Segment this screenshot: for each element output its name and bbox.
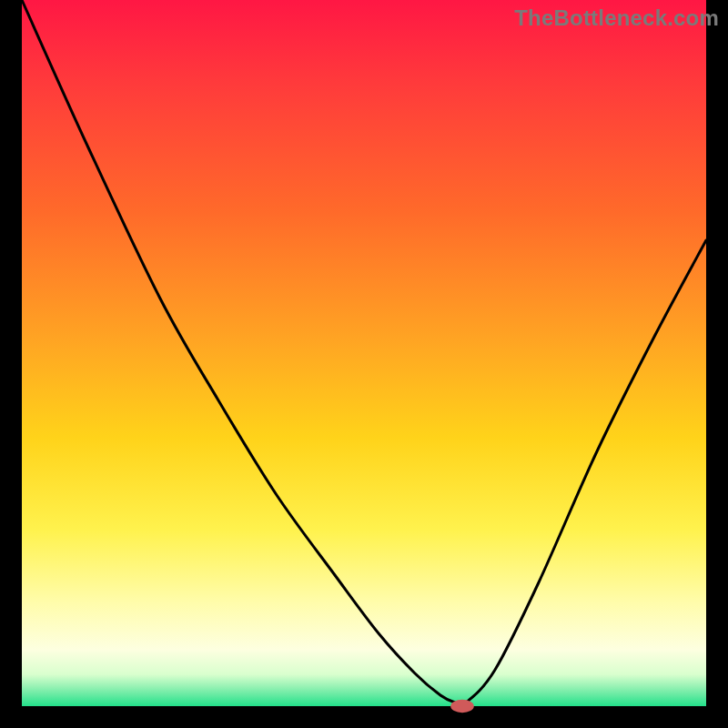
watermark-text: TheBottleneck.com: [514, 5, 719, 31]
bottleneck-chart: TheBottleneck.com: [0, 0, 728, 728]
frame-right: [706, 0, 728, 728]
frame-bottom: [0, 706, 728, 728]
chart-canvas: [0, 0, 728, 728]
gradient-background: [22, 0, 706, 706]
frame-left: [0, 0, 22, 728]
optimal-marker: [450, 700, 474, 713]
